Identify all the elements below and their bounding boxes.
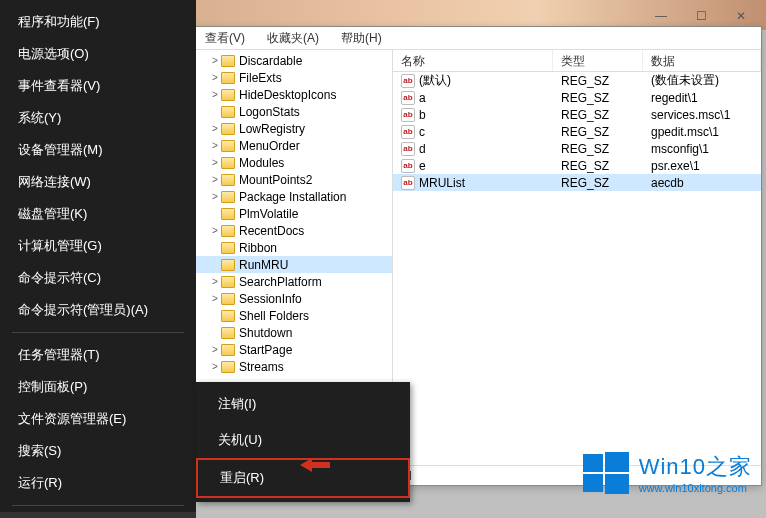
menu-item[interactable]: 搜索(S)	[0, 435, 196, 467]
menu-item[interactable]: 电源选项(O)	[0, 38, 196, 70]
col-name[interactable]: 名称	[393, 50, 553, 71]
tree-item[interactable]: >RecentDocs	[193, 222, 392, 239]
tree-item[interactable]: Shutdown	[193, 324, 392, 341]
watermark-brand: Win10	[639, 454, 706, 479]
folder-icon	[221, 361, 235, 373]
folder-icon	[221, 72, 235, 84]
value-data: aecdb	[643, 176, 761, 190]
menu-item[interactable]: 程序和功能(F)	[0, 6, 196, 38]
tree-item[interactable]: >HideDesktopIcons	[193, 86, 392, 103]
tree-item[interactable]: >MountPoints2	[193, 171, 392, 188]
folder-icon	[221, 208, 235, 220]
folder-icon	[221, 310, 235, 322]
svg-rect-1	[583, 454, 603, 472]
maximize-button[interactable]: ☐	[681, 5, 721, 27]
menu-item[interactable]: 事件查看器(V)	[0, 70, 196, 102]
value-name: d	[419, 142, 426, 156]
value-row[interactable]: abMRUListREG_SZaecdb	[393, 174, 761, 191]
menu-item[interactable]: 磁盘管理(K)	[0, 198, 196, 230]
value-row[interactable]: abaREG_SZregedit\1	[393, 89, 761, 106]
menu-item[interactable]: 控制面板(P)	[0, 371, 196, 403]
expand-icon[interactable]: >	[209, 72, 221, 83]
string-value-icon: ab	[401, 125, 415, 139]
tree-item[interactable]: Ribbon	[193, 239, 392, 256]
watermark-url: www.win10xitong.com	[639, 482, 752, 494]
menu-item[interactable]: 系统(Y)	[0, 102, 196, 134]
svg-marker-0	[300, 458, 330, 472]
close-button[interactable]: ✕	[721, 5, 761, 27]
value-data: regedit\1	[643, 91, 761, 105]
tree-item[interactable]: >SearchPlatform	[193, 273, 392, 290]
expand-icon[interactable]: >	[209, 89, 221, 100]
menu-item[interactable]: 计算机管理(G)	[0, 230, 196, 262]
svg-rect-3	[583, 474, 603, 492]
expand-icon[interactable]: >	[209, 361, 221, 372]
tree-item[interactable]: LogonStats	[193, 103, 392, 120]
submenu-shutdown[interactable]: 关机(U)	[196, 422, 410, 458]
folder-icon	[221, 55, 235, 67]
value-row[interactable]: abcREG_SZgpedit.msc\1	[393, 123, 761, 140]
menu-item[interactable]: 运行(R)	[0, 467, 196, 499]
string-value-icon: ab	[401, 176, 415, 190]
tree-item-label: Shell Folders	[239, 309, 309, 323]
tree-item[interactable]: >Discardable	[193, 52, 392, 69]
expand-icon[interactable]: >	[209, 191, 221, 202]
tree-item-label: SearchPlatform	[239, 275, 322, 289]
expand-icon[interactable]: >	[209, 225, 221, 236]
expand-icon[interactable]: >	[209, 123, 221, 134]
tree-item[interactable]: >Streams	[193, 358, 392, 375]
tree-item[interactable]: PlmVolatile	[193, 205, 392, 222]
folder-icon	[221, 259, 235, 271]
menu-shutdown-or-signout[interactable]: 关机或注销(U) ›	[0, 512, 196, 518]
value-type: REG_SZ	[553, 91, 643, 105]
menu-item[interactable]: 设备管理器(M)	[0, 134, 196, 166]
value-name: c	[419, 125, 425, 139]
string-value-icon: ab	[401, 74, 415, 88]
expand-icon[interactable]: >	[209, 276, 221, 287]
menu-item[interactable]: 任务管理器(T)	[0, 339, 196, 371]
menu-bar: 查看(V) 收藏夹(A) 帮助(H)	[193, 27, 761, 49]
expand-icon[interactable]: >	[209, 174, 221, 185]
submenu-signout[interactable]: 注销(I)	[196, 386, 410, 422]
menu-item[interactable]: 命令提示符(C)	[0, 262, 196, 294]
tree-item[interactable]: >MenuOrder	[193, 137, 392, 154]
window-controls: — ☐ ✕	[641, 5, 761, 27]
value-row[interactable]: abeREG_SZpsr.exe\1	[393, 157, 761, 174]
tree-item-label: Package Installation	[239, 190, 346, 204]
value-data: (数值未设置)	[643, 72, 761, 89]
menu-item[interactable]: 网络连接(W)	[0, 166, 196, 198]
col-data[interactable]: 数据	[643, 50, 761, 71]
menu-item[interactable]: 命令提示符(管理员)(A)	[0, 294, 196, 326]
value-name: b	[419, 108, 426, 122]
menu-view[interactable]: 查看(V)	[201, 28, 249, 49]
tree-item[interactable]: Shell Folders	[193, 307, 392, 324]
tree-item[interactable]: >LowRegistry	[193, 120, 392, 137]
tree-item[interactable]: RunMRU	[193, 256, 392, 273]
annotation-arrow-icon	[300, 458, 330, 472]
value-list-pane[interactable]: 名称 类型 数据 ab(默认)REG_SZ(数值未设置)abaREG_SZreg…	[393, 50, 761, 465]
tree-item[interactable]: >StartPage	[193, 341, 392, 358]
value-row[interactable]: ab(默认)REG_SZ(数值未设置)	[393, 72, 761, 89]
folder-icon	[221, 276, 235, 288]
tree-item[interactable]: >Package Installation	[193, 188, 392, 205]
tree-item[interactable]: >SessionInfo	[193, 290, 392, 307]
folder-icon	[221, 157, 235, 169]
value-name: MRUList	[419, 176, 465, 190]
col-type[interactable]: 类型	[553, 50, 643, 71]
expand-icon[interactable]: >	[209, 140, 221, 151]
expand-icon[interactable]: >	[209, 55, 221, 66]
menu-item[interactable]: 文件资源管理器(E)	[0, 403, 196, 435]
value-row[interactable]: abbREG_SZservices.msc\1	[393, 106, 761, 123]
menu-help[interactable]: 帮助(H)	[337, 28, 386, 49]
menu-favorites[interactable]: 收藏夹(A)	[263, 28, 323, 49]
expand-icon[interactable]: >	[209, 344, 221, 355]
expand-icon[interactable]: >	[209, 293, 221, 304]
expand-icon[interactable]: >	[209, 157, 221, 168]
value-type: REG_SZ	[553, 74, 643, 88]
tree-item[interactable]: >Modules	[193, 154, 392, 171]
value-row[interactable]: abdREG_SZmsconfig\1	[393, 140, 761, 157]
minimize-button[interactable]: —	[641, 5, 681, 27]
folder-icon	[221, 293, 235, 305]
tree-item[interactable]: >FileExts	[193, 69, 392, 86]
folder-icon	[221, 140, 235, 152]
